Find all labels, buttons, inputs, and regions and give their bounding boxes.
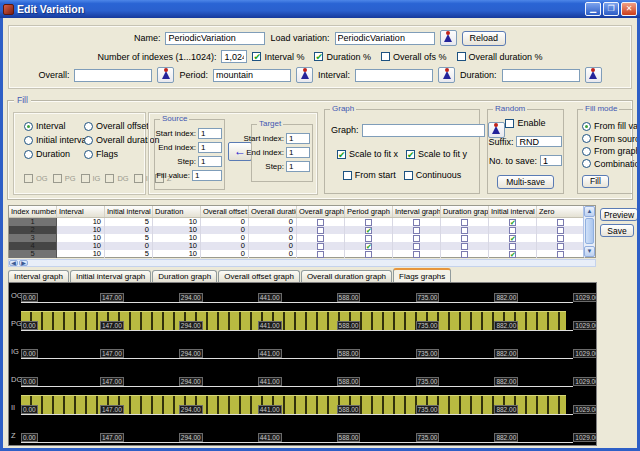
tab-overall-offset-graph[interactable]: Overall offset graph: [218, 270, 300, 282]
table-row[interactable]: 31051000✔: [9, 234, 595, 242]
param-browse-button[interactable]: [296, 67, 313, 83]
flag-cell-checkbox[interactable]: [317, 219, 324, 226]
fill-type-radio-radio[interactable]: [24, 150, 33, 159]
save-button[interactable]: Save: [600, 224, 634, 237]
value-cell[interactable]: 0: [105, 242, 153, 250]
param-input[interactable]: [213, 69, 291, 82]
graph-option-checkbox-box[interactable]: ✔: [406, 150, 415, 159]
flag-cell[interactable]: [345, 234, 393, 242]
value-cell[interactable]: 0: [201, 242, 249, 250]
flag-cell[interactable]: [537, 234, 585, 242]
column-header[interactable]: Initial interval: [489, 206, 537, 217]
close-button[interactable]: ✕: [621, 2, 637, 16]
flag-cell-checkbox[interactable]: [461, 243, 468, 250]
value-cell[interactable]: 0: [201, 234, 249, 242]
flag-cell[interactable]: [297, 234, 345, 242]
flag-cell[interactable]: [537, 226, 585, 234]
value-cell[interactable]: 0: [249, 250, 297, 258]
number-of-indexes-input[interactable]: [221, 50, 247, 63]
value-cell[interactable]: 10: [57, 218, 105, 226]
column-header[interactable]: Zero: [537, 206, 585, 217]
flag-cell-checkbox[interactable]: [461, 251, 468, 258]
enable-checkbox[interactable]: [505, 119, 514, 128]
flag-cell[interactable]: [297, 218, 345, 226]
column-header[interactable]: Period graph: [345, 206, 393, 217]
value-cell[interactable]: 0: [105, 226, 153, 234]
flag-cell[interactable]: [441, 218, 489, 226]
value-cell[interactable]: 5: [105, 218, 153, 226]
flag-cell-checkbox[interactable]: [509, 243, 516, 250]
flag-cell-checkbox[interactable]: [365, 251, 372, 258]
value-cell[interactable]: 0: [249, 242, 297, 250]
flag-cell-checkbox[interactable]: [317, 251, 324, 258]
preview-button[interactable]: Preview: [600, 208, 637, 221]
percent-checkbox-box[interactable]: [457, 52, 466, 61]
value-cell[interactable]: 5: [105, 250, 153, 258]
multi-save-button[interactable]: Multi-save: [497, 175, 554, 189]
column-header[interactable]: Initial interval: [105, 206, 153, 217]
field-input[interactable]: [198, 128, 222, 139]
table-header[interactable]: Index numberIntervalInitial intervalDura…: [9, 206, 595, 218]
load-variation-browse-button[interactable]: [440, 30, 457, 46]
graph-option-checkbox-box[interactable]: [404, 171, 413, 180]
flag-cell[interactable]: ✔: [489, 218, 537, 226]
scroll-left-icon[interactable]: ◀: [9, 260, 18, 266]
flag-cell-checkbox[interactable]: [413, 235, 420, 242]
field-input[interactable]: [192, 170, 222, 181]
flag-cell[interactable]: ✔: [489, 234, 537, 242]
flag-cell[interactable]: ✔: [489, 250, 537, 258]
flag-cell-checkbox[interactable]: [557, 243, 564, 250]
flag-cell-checkbox[interactable]: [509, 227, 516, 234]
percent-checkbox-box[interactable]: ✔: [252, 52, 261, 61]
scrollbar-thumb[interactable]: [585, 218, 594, 244]
value-cell[interactable]: 0: [201, 250, 249, 258]
value-cell[interactable]: 10: [153, 234, 201, 242]
flag-cell-checkbox[interactable]: [557, 227, 564, 234]
flag-cell-checkbox[interactable]: [413, 227, 420, 234]
value-cell[interactable]: 0: [249, 218, 297, 226]
column-header[interactable]: Interval: [57, 206, 105, 217]
tab-initial-interval-graph[interactable]: Initial interval graph: [70, 270, 151, 282]
flag-cell-checkbox[interactable]: [557, 219, 564, 226]
field-input[interactable]: [198, 156, 222, 167]
graph-option-checkbox-box[interactable]: [343, 171, 352, 180]
flag-cell-checkbox[interactable]: [317, 243, 324, 250]
flag-cell-checkbox[interactable]: ✔: [509, 251, 516, 258]
flag-cell-checkbox[interactable]: [461, 219, 468, 226]
scroll-down-icon[interactable]: ▼: [584, 246, 595, 257]
fill-mode-radio-radio[interactable]: [582, 122, 591, 131]
flag-cell[interactable]: [297, 226, 345, 234]
tab-interval-graph[interactable]: Interval graph: [8, 270, 69, 282]
flag-cell-checkbox[interactable]: [461, 227, 468, 234]
percent-checkbox-box[interactable]: ✔: [314, 52, 323, 61]
value-cell[interactable]: 0: [201, 226, 249, 234]
param-input[interactable]: [355, 69, 433, 82]
value-cell[interactable]: 0: [249, 234, 297, 242]
no-to-save-input[interactable]: [540, 155, 562, 166]
column-header[interactable]: Index number: [9, 206, 57, 217]
flag-cell-checkbox[interactable]: [413, 219, 420, 226]
tab-duration-graph[interactable]: Duration graph: [152, 270, 217, 282]
suffix-input[interactable]: [516, 136, 562, 147]
minimize-button[interactable]: ▁: [585, 2, 601, 16]
flag-cell[interactable]: [441, 250, 489, 258]
param-browse-button[interactable]: [585, 67, 602, 83]
scroll-right-icon[interactable]: ▶: [19, 260, 28, 266]
value-cell[interactable]: 10: [57, 250, 105, 258]
field-input[interactable]: [198, 142, 222, 153]
column-header[interactable]: Overall duration: [249, 206, 297, 217]
flag-cell-checkbox[interactable]: [413, 243, 420, 250]
fill-mode-radio-radio[interactable]: [582, 159, 591, 168]
value-cell[interactable]: 10: [57, 242, 105, 250]
column-header[interactable]: Overall offset: [201, 206, 249, 217]
flag-cell-checkbox[interactable]: [317, 235, 324, 242]
fill-button[interactable]: Fill: [582, 175, 609, 188]
fill-type-radio-radio[interactable]: [84, 150, 93, 159]
flag-cell-checkbox[interactable]: [365, 219, 372, 226]
fill-type-radio-radio[interactable]: [84, 136, 93, 145]
flag-cell[interactable]: [393, 234, 441, 242]
value-cell[interactable]: 10: [153, 250, 201, 258]
table-row[interactable]: 51051000✔: [9, 250, 595, 258]
flag-cell[interactable]: [393, 226, 441, 234]
flag-cell-checkbox[interactable]: ✔: [365, 227, 372, 234]
